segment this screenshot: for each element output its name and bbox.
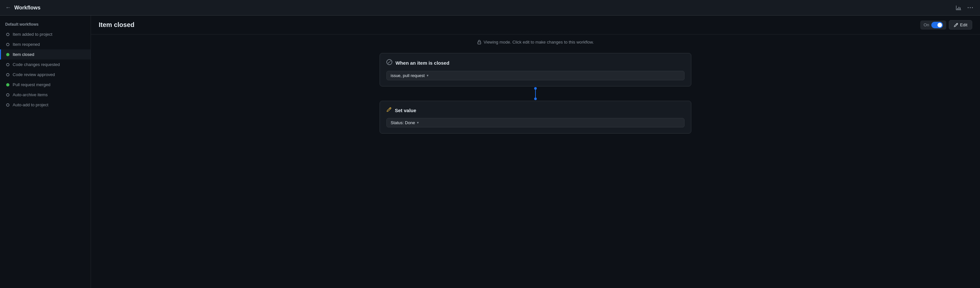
connector-dot-bottom bbox=[534, 98, 537, 100]
layout: Default workflows Item added to project … bbox=[0, 16, 980, 288]
sidebar-item-label: Item closed bbox=[13, 52, 34, 57]
chart-icon bbox=[956, 5, 961, 10]
topbar-left: ← Workflows bbox=[5, 4, 41, 11]
workflow-container: When an item is closed issue, pull reque… bbox=[91, 50, 980, 147]
status-dot bbox=[6, 63, 10, 66]
topbar-right bbox=[954, 4, 975, 12]
connector-dot-top bbox=[534, 87, 537, 90]
main-header: Item closed On Edit bbox=[91, 16, 980, 34]
trigger-dropdown-label: issue, pull request bbox=[391, 73, 425, 78]
chevron-down-icon: ▾ bbox=[417, 121, 419, 125]
sidebar-item-label: Item reopened bbox=[13, 42, 40, 47]
status-dot bbox=[6, 103, 10, 107]
app-title: Workflows bbox=[14, 5, 41, 11]
connector-line bbox=[535, 90, 536, 98]
page-title: Item closed bbox=[99, 21, 134, 29]
sidebar-item-label: Code review approved bbox=[13, 72, 55, 77]
edit-button[interactable]: Edit bbox=[949, 20, 972, 30]
toggle-switch[interactable] bbox=[931, 22, 943, 28]
lock-icon bbox=[477, 40, 482, 45]
pencil-action-icon bbox=[387, 107, 391, 112]
main-content: Item closed On Edit bbox=[91, 16, 980, 288]
action-icon bbox=[387, 107, 391, 114]
sidebar-item-label: Auto-archive items bbox=[13, 92, 48, 97]
status-dot bbox=[6, 73, 10, 77]
sidebar: Default workflows Item added to project … bbox=[0, 16, 91, 288]
status-dot bbox=[6, 83, 10, 86]
sidebar-item-label: Auto-add to project bbox=[13, 102, 48, 107]
trigger-card-title: When an item is closed bbox=[396, 60, 449, 66]
toggle-label: On bbox=[923, 22, 929, 27]
viewing-message: Viewing mode. Click edit to make changes… bbox=[484, 40, 593, 45]
viewing-banner: Viewing mode. Click edit to make changes… bbox=[91, 34, 980, 50]
back-button[interactable]: ← bbox=[5, 4, 11, 11]
topbar: ← Workflows bbox=[0, 0, 980, 16]
sidebar-item-code-changes[interactable]: Code changes requested bbox=[0, 59, 91, 70]
main-canvas: Viewing mode. Click edit to make changes… bbox=[91, 34, 980, 288]
action-dropdown[interactable]: Status: Done ▾ bbox=[387, 118, 684, 127]
more-button[interactable] bbox=[966, 4, 975, 12]
connector bbox=[535, 86, 536, 101]
sidebar-item-code-review[interactable]: Code review approved bbox=[0, 70, 91, 80]
status-dot bbox=[6, 53, 10, 56]
action-dropdown-label: Status: Done bbox=[391, 120, 415, 125]
sidebar-item-auto-add[interactable]: Auto-add to project bbox=[0, 100, 91, 110]
sidebar-section-label: Default workflows bbox=[0, 21, 91, 29]
action-card: Set value Status: Done ▾ bbox=[380, 101, 691, 134]
status-dot bbox=[6, 93, 10, 96]
sidebar-item-auto-archive[interactable]: Auto-archive items bbox=[0, 90, 91, 100]
chart-button[interactable] bbox=[954, 4, 963, 12]
sidebar-item-label: Code changes requested bbox=[13, 62, 60, 67]
sidebar-item-label: Pull request merged bbox=[13, 82, 50, 87]
trigger-dropdown[interactable]: issue, pull request ▾ bbox=[387, 71, 684, 80]
edit-label: Edit bbox=[960, 22, 967, 27]
header-actions: On Edit bbox=[920, 20, 972, 30]
sidebar-item-item-closed[interactable]: Item closed bbox=[0, 50, 91, 59]
trigger-card: When an item is closed issue, pull reque… bbox=[380, 53, 691, 86]
sidebar-item-item-added[interactable]: Item added to project bbox=[0, 29, 91, 39]
more-icon bbox=[968, 5, 973, 10]
sidebar-item-pull-request[interactable]: Pull request merged bbox=[0, 80, 91, 90]
sidebar-item-item-reopened[interactable]: Item reopened bbox=[0, 39, 91, 50]
action-card-title: Set value bbox=[395, 107, 416, 113]
trigger-card-header: When an item is closed bbox=[387, 59, 684, 66]
circle-slash-icon bbox=[387, 59, 392, 65]
pencil-icon bbox=[954, 23, 958, 27]
status-dot bbox=[6, 43, 10, 46]
chevron-down-icon: ▾ bbox=[427, 74, 429, 78]
action-card-header: Set value bbox=[387, 107, 684, 114]
on-toggle: On bbox=[920, 21, 946, 30]
sidebar-item-label: Item added to project bbox=[13, 32, 52, 37]
status-dot bbox=[6, 33, 10, 36]
trigger-icon bbox=[387, 59, 392, 66]
